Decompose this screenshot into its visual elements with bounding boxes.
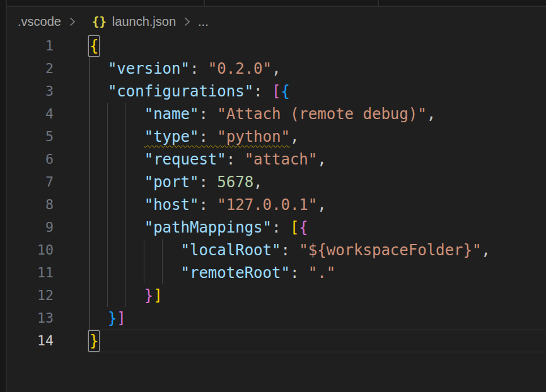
code-line-6[interactable]: 6 "request": "attach", <box>0 148 546 171</box>
code-line-content[interactable]: "version": "0.2.0", <box>90 57 546 80</box>
code-token: "." <box>308 264 335 282</box>
code-token <box>90 287 144 304</box>
line-number[interactable]: 11 <box>0 262 54 284</box>
breadcrumb-symbol-path[interactable]: ... <box>198 14 209 29</box>
code-token: "type" <box>144 128 199 146</box>
code-line-content[interactable]: "name": "Attach (remote debug)", <box>90 103 546 125</box>
code-line-1[interactable]: 1{ <box>0 35 546 57</box>
line-number[interactable]: 9 <box>0 216 54 239</box>
code-token <box>90 309 108 327</box>
code-line-5[interactable]: 5 "type": "python", <box>0 125 546 148</box>
code-token: : <box>281 241 299 259</box>
code-line-13[interactable]: 13 }] <box>0 307 546 330</box>
code-token <box>90 151 144 168</box>
code-line-content[interactable]: "pathMappings": [{ <box>90 216 546 239</box>
indent-guide <box>125 171 127 193</box>
code-line-2[interactable]: 2 "version": "0.2.0", <box>0 57 546 80</box>
indent-guide <box>89 307 90 330</box>
breadcrumb: .vscode {} launch.json ... <box>7 8 546 35</box>
indent-guide <box>125 103 127 125</box>
code-line-content[interactable]: { <box>90 35 546 57</box>
code-line-content[interactable]: "host": "127.0.0.1", <box>90 193 546 216</box>
indent-guide <box>107 148 108 171</box>
code-editor[interactable]: 1{2 "version": "0.2.0",3 "configurations… <box>0 35 546 352</box>
code-token: "configurations" <box>108 83 253 100</box>
code-token: : <box>253 83 272 100</box>
code-token: : <box>199 173 217 191</box>
code-token: : <box>199 196 217 214</box>
breadcrumb-file[interactable]: launch.json <box>112 14 176 29</box>
indent-guide <box>125 125 127 148</box>
indent-guide <box>89 193 90 216</box>
code-token: "remoteRoot" <box>181 264 290 282</box>
line-number[interactable]: 14 <box>0 330 54 352</box>
indent-guide <box>125 216 127 239</box>
indent-guide <box>107 193 108 216</box>
code-token: "host" <box>144 196 199 214</box>
code-line-content[interactable]: "port": 5678, <box>90 171 546 193</box>
code-line-12[interactable]: 12 }] <box>0 284 546 307</box>
line-number[interactable]: 7 <box>0 171 54 193</box>
code-token: [ <box>290 219 299 236</box>
indent-guide <box>89 262 90 284</box>
code-line-10[interactable]: 10 "localRoot": "${workspaceFolder}", <box>0 239 546 262</box>
code-line-content[interactable]: "type": "python", <box>90 125 546 148</box>
code-token: : <box>226 151 245 168</box>
line-number[interactable]: 8 <box>0 193 54 216</box>
code-token: "request" <box>144 151 226 168</box>
code-line-8[interactable]: 8 "host": "127.0.0.1", <box>0 193 546 216</box>
bracket-match-highlight: } <box>89 331 99 351</box>
indent-guide <box>89 239 90 262</box>
code-token: : <box>190 60 208 78</box>
code-token: "version" <box>108 60 190 78</box>
code-token: , <box>317 196 326 214</box>
indent-guide <box>125 193 127 216</box>
breadcrumb-folder[interactable]: .vscode <box>18 14 61 29</box>
line-number[interactable]: 3 <box>0 80 54 103</box>
indent-guide <box>107 262 108 284</box>
line-number[interactable]: 5 <box>0 125 54 148</box>
code-line-content[interactable]: "remoteRoot": "." <box>90 262 546 284</box>
code-line-7[interactable]: 7 "port": 5678, <box>0 171 546 193</box>
code-line-3[interactable]: 3 "configurations": [{ <box>0 80 546 103</box>
code-token <box>90 196 144 214</box>
code-line-content[interactable]: }] <box>90 284 546 307</box>
indent-guide <box>89 80 90 103</box>
line-number[interactable]: 1 <box>0 35 54 57</box>
chevron-right-icon <box>68 16 76 27</box>
code-line-content[interactable]: "localRoot": "${workspaceFolder}", <box>90 239 546 262</box>
indent-guide <box>89 125 90 148</box>
code-line-content[interactable]: }] <box>90 307 546 330</box>
code-line-content[interactable]: "request": "attach", <box>90 148 546 171</box>
code-token: "127.0.0.1" <box>217 196 317 214</box>
line-number[interactable]: 13 <box>0 307 54 330</box>
code-line-content[interactable]: } <box>90 330 546 352</box>
line-number[interactable]: 2 <box>0 57 54 80</box>
line-number[interactable]: 12 <box>0 284 54 307</box>
code-token: "name" <box>144 105 199 123</box>
indent-guide <box>162 239 163 262</box>
indent-guide <box>107 239 108 262</box>
code-token <box>90 264 181 282</box>
code-token <box>90 241 181 259</box>
code-token: "localRoot" <box>181 241 281 259</box>
code-token <box>90 83 108 100</box>
code-token <box>90 105 144 123</box>
code-token: , <box>317 151 326 168</box>
code-line-9[interactable]: 9 "pathMappings": [{ <box>0 216 546 239</box>
code-line-14[interactable]: 14} <box>0 330 546 352</box>
code-token: "port" <box>144 173 199 191</box>
code-line-4[interactable]: 4 "name": "Attach (remote debug)", <box>0 103 546 125</box>
code-line-content[interactable]: "configurations": [{ <box>90 80 546 103</box>
code-token <box>90 173 144 191</box>
code-line-11[interactable]: 11 "remoteRoot": "." <box>0 262 546 284</box>
indent-guide <box>89 103 90 125</box>
indent-guide <box>125 239 127 262</box>
code-token: "Attach (remote debug)" <box>217 105 426 123</box>
line-number[interactable]: 6 <box>0 148 54 171</box>
line-number[interactable]: 10 <box>0 239 54 262</box>
code-token <box>90 60 108 78</box>
code-token: , <box>272 60 281 78</box>
line-number[interactable]: 4 <box>0 103 54 125</box>
indent-guide <box>162 262 163 284</box>
